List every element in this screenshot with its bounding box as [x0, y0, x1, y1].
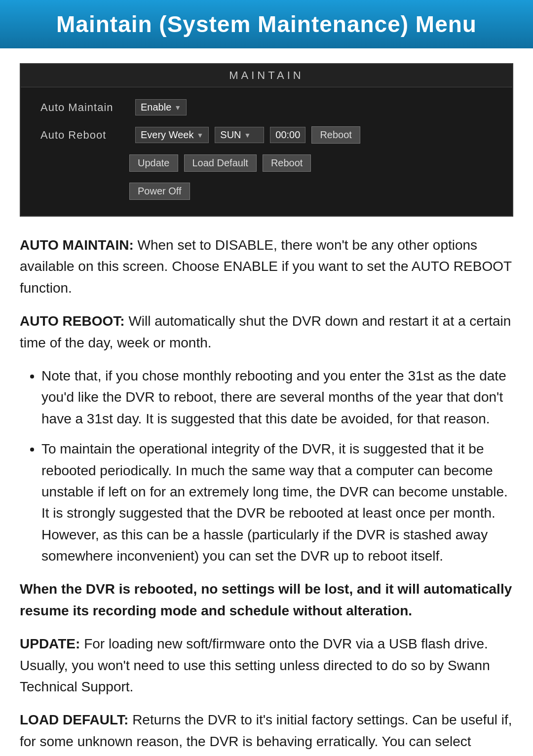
load-default-paragraph: LOAD DEFAULT: Returns the DVR to it's in… — [20, 709, 513, 756]
reboot-day-arrow: ▼ — [244, 131, 251, 139]
load-default-button[interactable]: Load Default — [184, 154, 257, 172]
update-button[interactable]: Update — [129, 154, 178, 172]
bold-note: When the DVR is rebooted, no settings wi… — [20, 578, 513, 621]
power-off-button[interactable]: Power Off — [129, 183, 190, 200]
reboot-frequency-dropdown[interactable]: Every Week ▼ — [135, 127, 209, 143]
reboot-day-value: SUN — [220, 129, 241, 141]
auto-maintain-row: Auto Maintain Enable ▼ — [40, 99, 493, 115]
bullet-item-1: Note that, if you chose monthly rebootin… — [41, 365, 513, 429]
main-content: MAINTAIN Auto Maintain Enable ▼ Auto Reb… — [0, 48, 533, 756]
load-default-term: LOAD DEFAULT: — [20, 712, 128, 727]
auto-reboot-paragraph: AUTO REBOOT: Will automatically shut the… — [20, 310, 513, 353]
page-title: Maintain (System Maintenance) Menu — [20, 11, 513, 38]
ui-panel: MAINTAIN Auto Maintain Enable ▼ Auto Reb… — [20, 63, 513, 217]
auto-reboot-row: Auto Reboot Every Week ▼ SUN ▼ 00:00 Reb… — [40, 126, 493, 144]
reboot-frequency-arrow: ▼ — [196, 131, 203, 139]
auto-maintain-label: Auto Maintain — [40, 101, 129, 114]
panel-title: MAINTAIN — [21, 64, 512, 87]
action-buttons-row: Update Load Default Reboot — [40, 154, 493, 172]
reboot-time-box[interactable]: 00:00 — [270, 127, 305, 143]
reboot-button-main[interactable]: Reboot — [263, 154, 311, 172]
panel-body: Auto Maintain Enable ▼ Auto Reboot Every… — [21, 87, 512, 216]
update-paragraph: UPDATE: For loading new soft/firmware on… — [20, 633, 513, 697]
reboot-button-inline[interactable]: Reboot — [311, 126, 360, 144]
auto-reboot-label: Auto Reboot — [40, 129, 129, 142]
auto-maintain-arrow: ▼ — [174, 104, 181, 112]
bullet-item-2: To maintain the operational integrity of… — [41, 438, 513, 567]
update-text: For loading new soft/firmware onto the D… — [20, 636, 490, 694]
auto-reboot-term: AUTO REBOOT: — [20, 313, 125, 329]
bullet-list: Note that, if you chose monthly rebootin… — [41, 365, 513, 567]
auto-maintain-dropdown[interactable]: Enable ▼ — [135, 99, 187, 115]
power-off-row: Power Off — [40, 183, 493, 200]
auto-maintain-term: AUTO MAINTAIN: — [20, 237, 134, 253]
auto-maintain-paragraph: AUTO MAINTAIN: When set to DISABLE, ther… — [20, 234, 513, 299]
reboot-frequency-value: Every Week — [141, 129, 193, 141]
update-term: UPDATE: — [20, 636, 80, 651]
reboot-day-dropdown[interactable]: SUN ▼ — [215, 127, 264, 143]
page-header: Maintain (System Maintenance) Menu — [0, 0, 533, 48]
auto-maintain-value: Enable — [141, 102, 171, 113]
